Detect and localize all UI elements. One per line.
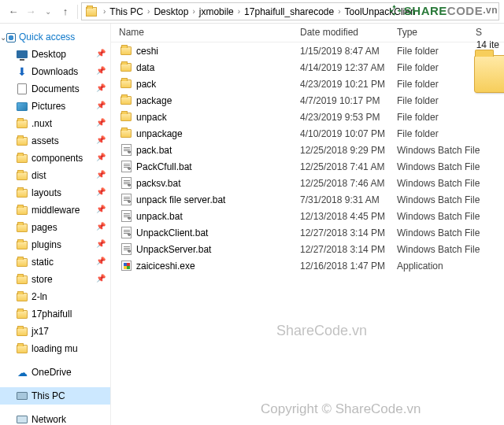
sidebar-item[interactable]: layouts📌 [0, 184, 110, 201]
file-row[interactable]: pack4/23/2019 10:21 PMFile folder [111, 76, 504, 92]
file-date: 12/16/2018 1:47 PM [300, 261, 397, 272]
folder-icon [16, 273, 28, 286]
sidebar-item-label: Documents [32, 83, 80, 94]
file-row[interactable]: data4/14/2019 12:37 AMFile folder [111, 59, 504, 76]
folder-icon [119, 63, 133, 72]
folder-icon [16, 308, 28, 320]
address-bar: ← → ⌄ ↑ › This PC › Desktop › jxmobile ›… [0, 0, 504, 24]
file-name: ceshi [133, 46, 300, 57]
sidebar-item[interactable]: pages📌 [0, 219, 110, 236]
sidebar-this-pc[interactable]: This PC [0, 387, 110, 405]
watermark-copyright: Copyright © ShareCode.vn [261, 401, 421, 417]
file-name: packsv.bat [133, 178, 300, 189]
chevron-right-icon: › [101, 7, 108, 16]
file-type: Windows Batch File [397, 178, 491, 189]
recent-dropdown[interactable]: ⌄ [39, 3, 57, 20]
file-row[interactable]: unpackage4/10/2019 10:07 PMFile folder [111, 125, 504, 142]
file-row[interactable]: unpack.bat12/13/2018 4:45 PMWindows Batc… [111, 208, 504, 224]
file-row[interactable]: packsv.bat12/25/2018 7:46 AMWindows Batc… [111, 175, 504, 191]
folder-icon [16, 238, 28, 251]
sidebar-item[interactable]: Documents📌 [0, 80, 110, 98]
file-row[interactable]: UnpackClient.bat12/27/2018 3:14 PMWindow… [111, 224, 504, 241]
file-date: 12/13/2018 4:45 PM [300, 211, 397, 222]
sidebar-item[interactable]: Desktop📌 [0, 46, 110, 63]
file-date: 4/23/2019 10:21 PM [300, 79, 397, 90]
sidebar-item[interactable]: dist📌 [0, 167, 110, 184]
file-type: Application [397, 261, 491, 272]
folder-icon [119, 46, 133, 55]
folder-icon [119, 96, 133, 105]
pin-icon: 📌 [96, 101, 104, 109]
file-date: 12/25/2018 9:29 PM [300, 145, 397, 156]
sidebar-network[interactable]: Network [0, 411, 110, 425]
folder-icon [16, 169, 28, 182]
doc-icon [16, 83, 28, 95]
column-name[interactable]: Name [111, 24, 292, 42]
bat-icon [119, 243, 133, 255]
content-body: ⌄ Quick access Desktop📌⬇Downloads📌Docume… [0, 24, 504, 425]
crumb[interactable]: 17phaifull_sharecode [243, 6, 335, 17]
pin-icon: 📌 [96, 274, 104, 282]
file-row[interactable]: zaiciceshi.exe12/16/2018 1:47 PMApplicat… [111, 257, 504, 274]
pin-icon: 📌 [96, 187, 104, 195]
crumb[interactable]: This PC [108, 6, 145, 17]
sidebar-item[interactable]: 2-ln [0, 288, 110, 305]
sidebar-item[interactable]: ⬇Downloads📌 [0, 63, 110, 80]
file-row[interactable]: PackCfull.bat12/25/2018 7:41 AMWindows B… [111, 158, 504, 175]
forward-button[interactable]: → [22, 3, 39, 20]
quick-access-header[interactable]: ⌄ Quick access [0, 28, 110, 46]
file-name: package [133, 95, 300, 106]
file-row[interactable]: unpack file server.bat7/31/2018 9:31 AMW… [111, 191, 504, 208]
sidebar-item[interactable]: jx17 [0, 323, 110, 340]
crumb[interactable]: jxmobile [198, 6, 235, 17]
sidebar-item-label: plugins [32, 239, 61, 250]
column-date[interactable]: Date modified [292, 24, 389, 42]
sidebar-item[interactable]: .nuxt📌 [0, 115, 110, 132]
back-button[interactable]: ← [5, 3, 22, 20]
folder-icon [16, 152, 28, 164]
file-date: 4/14/2019 12:37 AM [300, 62, 397, 73]
chevron-right-icon: › [335, 7, 343, 16]
file-row[interactable]: unpack4/23/2019 9:53 PMFile folder [111, 109, 504, 125]
file-date: 12/25/2018 7:41 AM [300, 161, 397, 172]
sidebar-item[interactable]: assets📌 [0, 132, 110, 150]
crumb[interactable]: Desktop [152, 6, 190, 17]
file-name: unpack.bat [133, 211, 300, 222]
file-name: data [133, 62, 300, 73]
sidebar-item-label: Pictures [32, 101, 65, 112]
sidebar-item[interactable]: store📌 [0, 271, 110, 288]
preview-folder-icon [474, 55, 504, 93]
sidebar-item-label: store [32, 274, 53, 285]
sidebar-item[interactable]: static📌 [0, 253, 110, 271]
sidebar-item-label: 17phaifull [32, 309, 72, 320]
logo-text: SHARECODE [404, 4, 483, 17]
sidebar-onedrive[interactable]: ☁ OneDrive [0, 364, 110, 381]
pin-icon: 📌 [96, 222, 104, 230]
sidebar-item[interactable]: plugins📌 [0, 236, 110, 253]
sidebar-item-label: jx17 [32, 326, 49, 337]
file-name: unpack file server.bat [133, 194, 300, 205]
sidebar-item[interactable]: 17phaifull [0, 305, 110, 323]
pin-icon: 📌 [96, 153, 104, 161]
file-row[interactable]: package4/7/2019 10:17 PMFile folder [111, 92, 504, 109]
folder-icon [119, 79, 133, 88]
folder-icon [16, 204, 28, 216]
file-type: Windows Batch File [397, 227, 491, 238]
up-button[interactable]: ↑ [57, 3, 74, 20]
network-icon [16, 413, 28, 425]
file-row[interactable]: ceshi1/15/2019 8:47 AMFile folder [111, 42, 504, 59]
bat-icon [119, 144, 133, 156]
file-row[interactable]: UnpackServer.bat12/27/2018 3:14 PMWindow… [111, 241, 504, 257]
folder-icon [16, 221, 28, 234]
sidebar-item[interactable]: components📌 [0, 150, 110, 167]
column-type[interactable]: Type [389, 24, 468, 42]
sidebar-item[interactable]: Pictures📌 [0, 98, 110, 115]
file-type: Windows Batch File [397, 211, 491, 222]
folder-icon [16, 135, 28, 147]
desk-icon [16, 48, 28, 61]
chevron-down-icon[interactable]: ⌄ [0, 31, 8, 43]
pin-icon: 📌 [96, 118, 104, 126]
file-row[interactable]: pack.bat12/25/2018 9:29 PMWindows Batch … [111, 142, 504, 158]
sidebar-item[interactable]: loading mu [0, 340, 110, 357]
sidebar-item[interactable]: middleware📌 [0, 201, 110, 219]
